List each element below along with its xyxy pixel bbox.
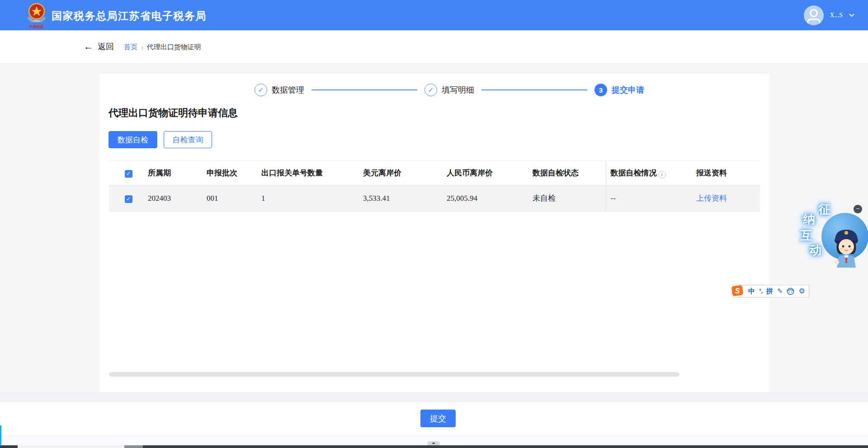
national-emblem-icon (27, 3, 47, 24)
step-indicator: ✓ 数据管理 ✓ 填写明细 3 提交申请 (255, 83, 644, 97)
table-header-row: ✓ 所属期 申报批次 出口报关单号数量 美元离岸价 人民币离岸价 数据自检状态 … (109, 161, 760, 185)
step-fill-details: ✓ 填写明细 (425, 84, 474, 96)
step-3-number: 3 (594, 84, 607, 96)
self-check-query-button[interactable]: 自检查询 (164, 131, 212, 148)
step-connector-line (311, 90, 417, 90)
tax-officer-mascot (826, 221, 867, 270)
avatar-body-icon (807, 19, 821, 25)
ime-handwriting-icon[interactable]: ✎ (777, 285, 783, 297)
step-3-label: 提交申请 (612, 85, 644, 95)
col-usd-fob: 美元离岸价 (363, 161, 447, 185)
user-area[interactable]: X...S (804, 0, 854, 30)
bottom-scrollbar-thumb[interactable] (124, 445, 143, 448)
cell-self-check-status: 未自检 (533, 185, 606, 212)
info-icon[interactable]: i (658, 171, 666, 179)
gap-band (0, 392, 868, 402)
ime-emoji-icon[interactable] (787, 288, 794, 295)
bottom-bar (0, 445, 868, 448)
back-button[interactable]: ← 返回 (84, 41, 114, 52)
widget-minimize-button[interactable]: − (854, 205, 862, 213)
select-all-checkbox[interactable]: ✓ (125, 170, 132, 178)
mascot-char-hu: 互 (800, 227, 812, 244)
step-data-management: ✓ 数据管理 (255, 84, 304, 96)
col-self-check-detail: 数据自检情况i (606, 161, 692, 185)
cell-self-check-detail: -- (606, 185, 692, 212)
svg-text:S: S (735, 287, 740, 295)
mascot-char-dong: 动 (809, 242, 821, 258)
data-self-check-button[interactable]: 数据自检 (108, 131, 157, 148)
ime-pinyin-mode[interactable]: 拼 (766, 285, 773, 297)
col-period: 所属期 (148, 161, 207, 185)
row-checkbox[interactable]: ✓ (125, 195, 132, 203)
breadcrumb-home-link[interactable]: 首页 (124, 43, 137, 52)
cell-batch: 001 (207, 185, 261, 212)
step-2-check-icon: ✓ (425, 84, 437, 96)
chevron-down-icon[interactable] (849, 14, 854, 17)
mascot-char-na: 纳 (803, 211, 815, 227)
up-arrow-icon (432, 442, 435, 444)
left-edge-indicator (0, 425, 1, 446)
col-self-check-detail-label: 数据自检情况 (611, 169, 657, 177)
table-row: ✓ 202403 001 1 3,533.41 25,005.94 未自检 --… (109, 185, 760, 212)
table-horizontal-scrollbar[interactable] (109, 372, 679, 377)
footer-bar: 提交 (0, 402, 868, 435)
page-title: 代理出口货物证明待申请信息 (108, 106, 238, 120)
back-label[interactable]: 返回 (98, 41, 114, 52)
cell-period: 202403 (148, 185, 207, 212)
col-batch: 申报批次 (207, 161, 261, 185)
col-declaration-count: 出口报关单号数量 (261, 161, 363, 185)
user-name: X...S (830, 12, 843, 19)
breadcrumb-bar: ← 返回 首页 › 代理出口货物证明 (0, 30, 868, 63)
step-1-check-icon: ✓ (255, 84, 267, 96)
col-rmb-fob: 人民币离岸价 (447, 161, 533, 185)
mascot-char-zheng: 征 (818, 201, 830, 217)
cell-rmb-fob: 25,005.94 (447, 185, 533, 212)
breadcrumb-separator: › (141, 44, 143, 51)
breadcrumb-current: 代理出口货物证明 (147, 43, 201, 52)
avatar-head-icon (810, 9, 818, 17)
upload-materials-link[interactable]: 上传资料 (696, 194, 727, 203)
col-submit-materials: 报送资料 (692, 161, 760, 185)
tax-emblem-logo: 中国税务 (26, 3, 47, 28)
step-connector-line (481, 90, 587, 90)
bottom-panel-toggle[interactable] (427, 441, 440, 445)
step-submit-application: 3 提交申请 (594, 84, 644, 96)
user-avatar[interactable] (804, 5, 824, 25)
step-2-label: 填写明细 (442, 85, 474, 95)
ime-toolbar[interactable]: S 中 °, 拼 ✎ ⚙ (733, 285, 809, 297)
col-self-check-status: 数据自检状态 (533, 161, 606, 185)
main-card: ✓ 数据管理 ✓ 填写明细 3 提交申请 代理出口货物证明待申请信息 数据自检 … (99, 74, 769, 392)
pending-application-table: ✓ 所属期 申报批次 出口报关单号数量 美元离岸价 人民币离岸价 数据自检状态 … (109, 160, 760, 212)
sogou-logo-icon[interactable]: S (731, 284, 744, 297)
ime-settings-icon[interactable]: ⚙ (798, 285, 805, 297)
app-header: 中国税务 国家税务总局江苏省电子税务局 X...S (0, 0, 868, 30)
cell-declaration-count: 1 (261, 185, 363, 212)
emblem-caption: 中国税务 (26, 25, 47, 29)
bottom-scrollbar-track[interactable] (18, 445, 124, 448)
step-1-label: 数据管理 (272, 85, 304, 95)
ime-chinese-mode[interactable]: 中 (748, 285, 755, 297)
breadcrumb: 首页 › 代理出口货物证明 (124, 43, 201, 52)
app-title: 国家税务总局江苏省电子税务局 (52, 9, 207, 23)
back-arrow-icon[interactable]: ← (84, 42, 93, 51)
cell-usd-fob: 3,533.41 (363, 185, 447, 212)
submit-button[interactable]: 提交 (420, 410, 456, 427)
ime-punctuation-mode[interactable]: °, (759, 285, 762, 297)
